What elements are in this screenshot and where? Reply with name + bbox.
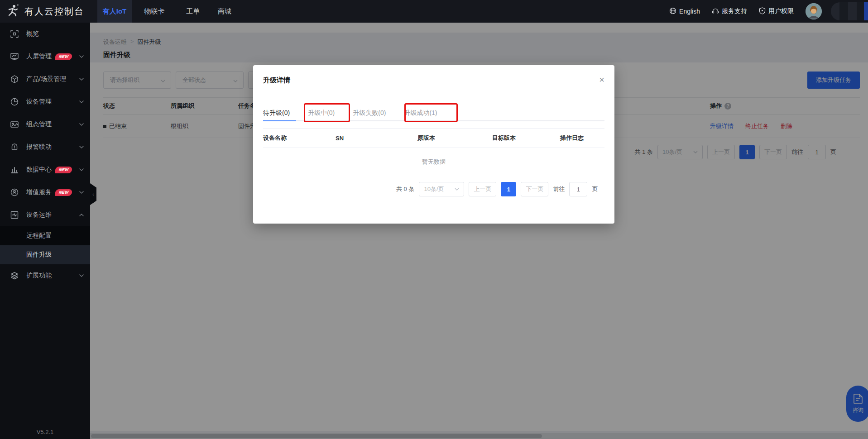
permissions-label: 用户权限 xyxy=(768,7,794,15)
col-device-name: 设备名称 xyxy=(263,134,336,142)
col-sn: SN xyxy=(336,135,417,142)
service-circle-icon xyxy=(10,188,19,197)
page-unit-label: 页 xyxy=(592,185,598,193)
support-label: 服务支持 xyxy=(722,7,747,15)
goto-page-input[interactable] xyxy=(569,182,587,196)
headset-icon xyxy=(712,7,719,16)
sidebar-item-label: 设备运维 xyxy=(26,211,52,219)
new-badge: NEW xyxy=(55,53,72,60)
image-icon xyxy=(10,120,19,129)
page-size-select[interactable]: 10条/页 xyxy=(419,182,464,196)
chevron-down-icon xyxy=(79,191,84,194)
empty-state-text: 暂无数据 xyxy=(253,158,614,166)
sidebar-item-alarm[interactable]: 报警联动 xyxy=(0,136,90,158)
upgrade-detail-modal: 升级详情 × 待升级(0) 升级中(0) 升级失败(0) 升级成功(1) 设备名… xyxy=(253,65,614,224)
sidebar-item-device-ops[interactable]: 设备运维 xyxy=(0,204,90,226)
prev-page-button[interactable]: 上一页 xyxy=(469,182,496,196)
chevron-down-icon xyxy=(79,168,84,171)
sidebar-item-overview[interactable]: 概览 xyxy=(0,23,90,45)
tab-failed[interactable]: 升级失败(0) xyxy=(353,105,386,120)
layers-icon xyxy=(10,271,19,280)
pulse-icon xyxy=(10,210,19,220)
cube-icon xyxy=(10,75,19,84)
chevron-down-icon xyxy=(79,100,84,103)
tab-success[interactable]: 升级成功(1) xyxy=(404,105,437,120)
sidebar-item-label: 概览 xyxy=(26,30,39,38)
globe-icon xyxy=(669,7,676,16)
col-target-version: 目标版本 xyxy=(492,134,560,142)
chevron-down-icon xyxy=(79,55,84,58)
sidebar-item-label: 组态管理 xyxy=(26,120,52,129)
new-badge: NEW xyxy=(55,167,72,173)
avatar[interactable] xyxy=(806,3,822,19)
close-icon[interactable]: × xyxy=(599,75,604,84)
sidebar-item-value-added[interactable]: 增值服务 NEW xyxy=(0,181,90,204)
logo[interactable]: 有人云控制台 xyxy=(0,4,90,19)
overview-icon xyxy=(10,29,19,38)
modal-pagination: 共 0 条 10条/页 上一页 1 下一页 前往 页 xyxy=(396,182,598,196)
logo-icon xyxy=(6,4,20,19)
nav-tab-gongdan[interactable]: 工单 xyxy=(177,0,209,23)
sidebar-item-data-center[interactable]: 数据中心 NEW xyxy=(0,158,90,181)
sidebar-item-label: 数据中心 xyxy=(26,166,52,174)
sidebar-item-label: 增值服务 xyxy=(26,188,52,196)
tab-pending[interactable]: 待升级(0) xyxy=(263,105,290,120)
sidebar-item-label: 扩展功能 xyxy=(26,272,52,280)
top-nav: 有人IoT 物联卡 工单 商城 xyxy=(97,0,240,23)
next-page-button[interactable]: 下一页 xyxy=(521,182,548,196)
edge-widget[interactable] xyxy=(864,2,868,20)
current-page-button[interactable]: 1 xyxy=(501,182,516,196)
modal-title: 升级详情 xyxy=(263,76,290,85)
language-label: English xyxy=(679,8,700,15)
chevron-down-icon xyxy=(455,188,459,191)
sidebar-item-screen-mgmt[interactable]: 大屏管理 NEW xyxy=(0,45,90,68)
sidebar-item-device-mgmt[interactable]: 设备管理 xyxy=(0,91,90,113)
app-title: 有人云控制台 xyxy=(24,5,84,18)
pie-icon xyxy=(10,97,19,106)
sidebar-item-label: 大屏管理 xyxy=(26,52,52,61)
redacted-username[interactable] xyxy=(831,2,865,20)
app-version: V5.2.1 xyxy=(0,429,90,435)
modal-tabs: 待升级(0) 升级中(0) 升级失败(0) 升级成功(1) xyxy=(263,105,604,121)
nav-tab-youren-iot[interactable]: 有人IoT xyxy=(97,0,132,23)
screen-icon xyxy=(10,52,19,61)
service-support[interactable]: 服务支持 xyxy=(712,7,747,16)
sidebar-item-extensions[interactable]: 扩展功能 xyxy=(0,264,90,287)
sidebar-item-scada[interactable]: 组态管理 xyxy=(0,113,90,136)
chevron-down-icon xyxy=(79,123,84,126)
col-operation-log: 操作日志 xyxy=(560,134,604,142)
topbar: 有人云控制台 有人IoT 物联卡 工单 商城 English 服务支持 xyxy=(0,0,868,23)
sidebar-item-label: 设备管理 xyxy=(26,98,52,106)
pagination-total: 共 0 条 xyxy=(396,185,414,193)
chevron-up-icon xyxy=(79,214,84,216)
user-permissions[interactable]: 用户权限 xyxy=(759,7,794,16)
chevron-down-icon xyxy=(79,146,84,148)
bar-chart-icon xyxy=(10,165,19,174)
sidebar-subitem-firmware-upgrade[interactable]: 固件升级 xyxy=(0,245,90,264)
alarm-icon xyxy=(10,143,19,152)
topbar-right: English 服务支持 用户权限 xyxy=(669,2,868,20)
col-old-version: 原版本 xyxy=(417,134,492,142)
sidebar-item-label: 产品/场景管理 xyxy=(26,75,66,83)
nav-tab-wulianka[interactable]: 物联卡 xyxy=(132,0,177,23)
new-badge: NEW xyxy=(55,189,72,196)
device-ops-submenu: 远程配置 固件升级 xyxy=(0,226,90,264)
nav-tab-shangcheng[interactable]: 商城 xyxy=(209,0,240,23)
tab-upgrading[interactable]: 升级中(0) xyxy=(308,105,335,120)
shield-icon xyxy=(759,7,766,16)
language-switch[interactable]: English xyxy=(669,7,700,16)
modal-table-header: 设备名称 SN 原版本 目标版本 操作日志 xyxy=(263,128,604,148)
chevron-down-icon xyxy=(79,78,84,81)
sidebar-subitem-remote-config[interactable]: 远程配置 xyxy=(0,226,90,245)
sidebar-item-label: 报警联动 xyxy=(26,143,52,151)
chevron-down-icon xyxy=(79,274,84,277)
goto-label: 前往 xyxy=(553,185,565,193)
sidebar-item-product-scene[interactable]: 产品/场景管理 xyxy=(0,68,90,91)
sidebar: 概览 大屏管理 NEW 产品/场景管理 设备管理 组态管理 报警联动 xyxy=(0,23,90,439)
